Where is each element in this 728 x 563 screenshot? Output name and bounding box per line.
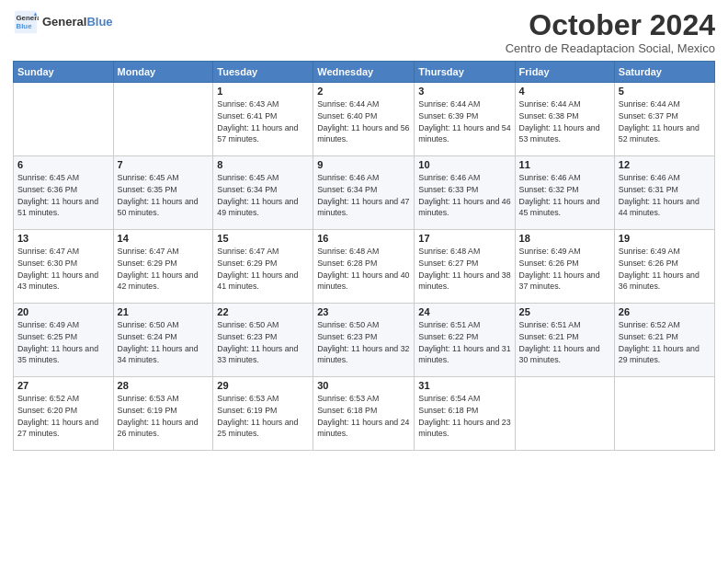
- month-title: October 2024: [506, 9, 715, 41]
- week-row-1: 1Sunrise: 6:43 AM Sunset: 6:41 PM Daylig…: [14, 83, 715, 156]
- day-cell: 10Sunrise: 6:46 AM Sunset: 6:33 PM Dayli…: [415, 156, 515, 230]
- day-number: 16: [317, 233, 410, 244]
- day-cell: 1Sunrise: 6:43 AM Sunset: 6:41 PM Daylig…: [213, 83, 313, 156]
- day-cell: 23Sunrise: 6:50 AM Sunset: 6:23 PM Dayli…: [313, 304, 415, 377]
- day-cell: 29Sunrise: 6:53 AM Sunset: 6:19 PM Dayli…: [213, 377, 313, 451]
- day-cell: [515, 377, 614, 451]
- day-number: 26: [619, 306, 711, 317]
- logo: General Blue GeneralBlue: [13, 9, 113, 35]
- day-number: 11: [519, 159, 610, 170]
- day-info: Sunrise: 6:52 AM Sunset: 6:20 PM Dayligh…: [17, 393, 109, 440]
- day-number: 4: [519, 86, 610, 97]
- day-cell: 19Sunrise: 6:49 AM Sunset: 6:26 PM Dayli…: [614, 230, 714, 304]
- day-cell: 25Sunrise: 6:51 AM Sunset: 6:21 PM Dayli…: [515, 304, 614, 377]
- day-info: Sunrise: 6:44 AM Sunset: 6:40 PM Dayligh…: [317, 98, 410, 145]
- page: General Blue GeneralBlue October 2024 Ce…: [0, 0, 728, 563]
- day-number: 14: [118, 233, 210, 244]
- day-info: Sunrise: 6:47 AM Sunset: 6:29 PM Dayligh…: [118, 246, 210, 293]
- day-cell: 8Sunrise: 6:45 AM Sunset: 6:34 PM Daylig…: [213, 156, 313, 230]
- header-cell-thursday: Thursday: [415, 62, 515, 83]
- day-number: 9: [317, 159, 410, 170]
- day-info: Sunrise: 6:49 AM Sunset: 6:25 PM Dayligh…: [17, 319, 109, 366]
- day-info: Sunrise: 6:50 AM Sunset: 6:23 PM Dayligh…: [317, 319, 410, 366]
- day-number: 17: [418, 233, 510, 244]
- day-cell: 22Sunrise: 6:50 AM Sunset: 6:23 PM Dayli…: [213, 304, 313, 377]
- day-cell: [113, 83, 213, 156]
- day-info: Sunrise: 6:48 AM Sunset: 6:27 PM Dayligh…: [418, 246, 510, 293]
- calendar-body: 1Sunrise: 6:43 AM Sunset: 6:41 PM Daylig…: [14, 83, 715, 451]
- day-info: Sunrise: 6:53 AM Sunset: 6:19 PM Dayligh…: [217, 393, 309, 440]
- logo-icon: General Blue: [13, 9, 39, 35]
- day-info: Sunrise: 6:44 AM Sunset: 6:39 PM Dayligh…: [418, 98, 510, 145]
- day-cell: 15Sunrise: 6:47 AM Sunset: 6:29 PM Dayli…: [213, 230, 313, 304]
- logo-text: GeneralBlue: [42, 15, 113, 29]
- day-info: Sunrise: 6:47 AM Sunset: 6:30 PM Dayligh…: [17, 246, 109, 293]
- day-number: 8: [217, 159, 309, 170]
- day-info: Sunrise: 6:54 AM Sunset: 6:18 PM Dayligh…: [418, 393, 510, 440]
- day-number: 21: [118, 306, 210, 317]
- week-row-4: 20Sunrise: 6:49 AM Sunset: 6:25 PM Dayli…: [14, 304, 715, 377]
- day-cell: 20Sunrise: 6:49 AM Sunset: 6:25 PM Dayli…: [14, 304, 114, 377]
- day-cell: 16Sunrise: 6:48 AM Sunset: 6:28 PM Dayli…: [313, 230, 415, 304]
- day-number: 3: [418, 86, 510, 97]
- day-number: 28: [118, 380, 210, 391]
- day-number: 15: [217, 233, 309, 244]
- title-block: October 2024 Centro de Readaptacion Soci…: [506, 9, 715, 55]
- day-number: 30: [317, 380, 410, 391]
- header-cell-friday: Friday: [515, 62, 614, 83]
- day-cell: 12Sunrise: 6:46 AM Sunset: 6:31 PM Dayli…: [614, 156, 714, 230]
- calendar-table: SundayMondayTuesdayWednesdayThursdayFrid…: [13, 61, 715, 451]
- day-cell: 24Sunrise: 6:51 AM Sunset: 6:22 PM Dayli…: [415, 304, 515, 377]
- day-info: Sunrise: 6:53 AM Sunset: 6:18 PM Dayligh…: [317, 393, 410, 440]
- day-number: 31: [418, 380, 510, 391]
- day-cell: 7Sunrise: 6:45 AM Sunset: 6:35 PM Daylig…: [113, 156, 213, 230]
- day-number: 13: [17, 233, 109, 244]
- day-info: Sunrise: 6:50 AM Sunset: 6:24 PM Dayligh…: [118, 319, 210, 366]
- svg-text:Blue: Blue: [17, 22, 33, 30]
- day-cell: [614, 377, 714, 451]
- header-row: SundayMondayTuesdayWednesdayThursdayFrid…: [14, 62, 715, 83]
- day-cell: 18Sunrise: 6:49 AM Sunset: 6:26 PM Dayli…: [515, 230, 614, 304]
- week-row-2: 6Sunrise: 6:45 AM Sunset: 6:36 PM Daylig…: [14, 156, 715, 230]
- header-cell-wednesday: Wednesday: [313, 62, 415, 83]
- day-number: 12: [619, 159, 711, 170]
- day-number: 27: [17, 380, 109, 391]
- day-number: 10: [418, 159, 510, 170]
- day-number: 18: [519, 233, 610, 244]
- day-number: 7: [118, 159, 210, 170]
- day-cell: 14Sunrise: 6:47 AM Sunset: 6:29 PM Dayli…: [113, 230, 213, 304]
- day-info: Sunrise: 6:50 AM Sunset: 6:23 PM Dayligh…: [217, 319, 309, 366]
- header: General Blue GeneralBlue October 2024 Ce…: [13, 9, 715, 55]
- day-info: Sunrise: 6:45 AM Sunset: 6:34 PM Dayligh…: [217, 172, 309, 219]
- day-number: 29: [217, 380, 309, 391]
- day-cell: 30Sunrise: 6:53 AM Sunset: 6:18 PM Dayli…: [313, 377, 415, 451]
- calendar-header: SundayMondayTuesdayWednesdayThursdayFrid…: [14, 62, 715, 83]
- day-cell: 2Sunrise: 6:44 AM Sunset: 6:40 PM Daylig…: [313, 83, 415, 156]
- day-number: 19: [619, 233, 711, 244]
- header-cell-saturday: Saturday: [614, 62, 714, 83]
- day-number: 23: [317, 306, 410, 317]
- header-cell-sunday: Sunday: [14, 62, 114, 83]
- day-number: 2: [317, 86, 410, 97]
- day-cell: [14, 83, 114, 156]
- day-info: Sunrise: 6:49 AM Sunset: 6:26 PM Dayligh…: [519, 246, 610, 293]
- day-cell: 6Sunrise: 6:45 AM Sunset: 6:36 PM Daylig…: [14, 156, 114, 230]
- day-info: Sunrise: 6:46 AM Sunset: 6:33 PM Dayligh…: [418, 172, 510, 219]
- day-cell: 9Sunrise: 6:46 AM Sunset: 6:34 PM Daylig…: [313, 156, 415, 230]
- week-row-3: 13Sunrise: 6:47 AM Sunset: 6:30 PM Dayli…: [14, 230, 715, 304]
- day-info: Sunrise: 6:46 AM Sunset: 6:31 PM Dayligh…: [619, 172, 711, 219]
- day-cell: 3Sunrise: 6:44 AM Sunset: 6:39 PM Daylig…: [415, 83, 515, 156]
- location-subtitle: Centro de Readaptacion Social, Mexico: [506, 41, 715, 55]
- day-info: Sunrise: 6:52 AM Sunset: 6:21 PM Dayligh…: [619, 319, 711, 366]
- day-info: Sunrise: 6:47 AM Sunset: 6:29 PM Dayligh…: [217, 246, 309, 293]
- day-info: Sunrise: 6:46 AM Sunset: 6:34 PM Dayligh…: [317, 172, 410, 219]
- day-cell: 5Sunrise: 6:44 AM Sunset: 6:37 PM Daylig…: [614, 83, 714, 156]
- day-info: Sunrise: 6:44 AM Sunset: 6:37 PM Dayligh…: [619, 98, 711, 145]
- day-cell: 4Sunrise: 6:44 AM Sunset: 6:38 PM Daylig…: [515, 83, 614, 156]
- day-info: Sunrise: 6:44 AM Sunset: 6:38 PM Dayligh…: [519, 98, 610, 145]
- day-number: 5: [619, 86, 711, 97]
- day-info: Sunrise: 6:43 AM Sunset: 6:41 PM Dayligh…: [217, 98, 309, 145]
- day-number: 6: [17, 159, 109, 170]
- day-info: Sunrise: 6:51 AM Sunset: 6:22 PM Dayligh…: [418, 319, 510, 366]
- day-info: Sunrise: 6:46 AM Sunset: 6:32 PM Dayligh…: [519, 172, 610, 219]
